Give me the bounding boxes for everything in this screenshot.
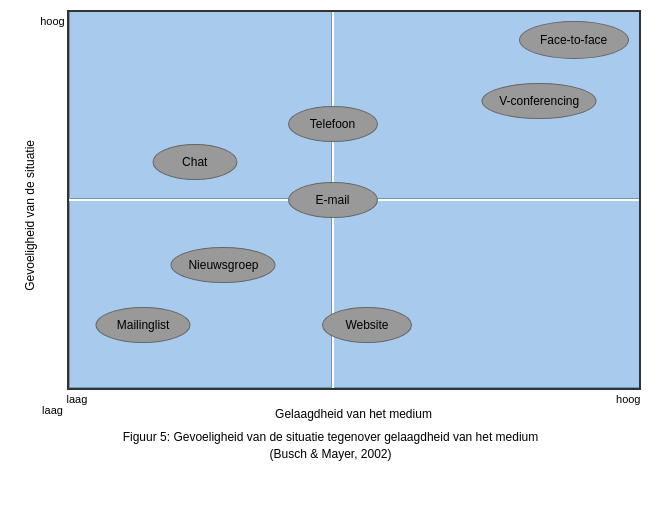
- x-axis-label-text: Gelaagdheid van het medium: [275, 407, 432, 421]
- chart-area: Gevoeligheid van de situatie hoog laag F…: [21, 10, 641, 421]
- caption: Figuur 5: Gevoeligheid van de situatie t…: [123, 429, 539, 463]
- ellipse-mailinglist: Mailinglist: [96, 307, 191, 343]
- ellipse-face-to-face: Face-to-face: [519, 21, 629, 59]
- ellipse-chat: Chat: [152, 144, 237, 180]
- y-axis-highlow: hoog laag: [39, 10, 67, 421]
- outer-container: Gevoeligheid van de situatie hoog laag F…: [21, 10, 641, 463]
- grid: Face-to-faceV-conferencingTelefoonChatE-…: [67, 10, 641, 390]
- x-high-label: hoog: [616, 393, 640, 405]
- y-axis-label: Gevoeligheid van de situatie: [23, 140, 37, 291]
- caption-line1: Figuur 5: Gevoeligheid van de situatie t…: [123, 429, 539, 446]
- caption-line2: (Busch & Mayer, 2002): [123, 446, 539, 463]
- quadrant-bottom-right: [332, 199, 641, 388]
- y-low-label: laag: [42, 404, 63, 416]
- ellipse-telefoon: Telefoon: [288, 106, 378, 142]
- quadrant-bottom-left: [69, 199, 332, 388]
- x-low-label: laag: [67, 393, 88, 405]
- x-axis-highlow: laag hoog: [67, 390, 641, 405]
- ellipse-email: E-mail: [288, 182, 378, 218]
- ellipse-website: Website: [322, 307, 412, 343]
- y-high-label: hoog: [40, 15, 64, 27]
- x-axis-label: Gelaagdheid van het medium: [67, 407, 641, 421]
- ellipse-v-conferencing: V-conferencing: [482, 83, 597, 119]
- chart-column: Face-to-faceV-conferencingTelefoonChatE-…: [67, 10, 641, 421]
- ellipse-nieuwsgroep: Nieuwsgroep: [171, 247, 276, 283]
- y-axis-label-container: Gevoeligheid van de situatie: [21, 10, 39, 421]
